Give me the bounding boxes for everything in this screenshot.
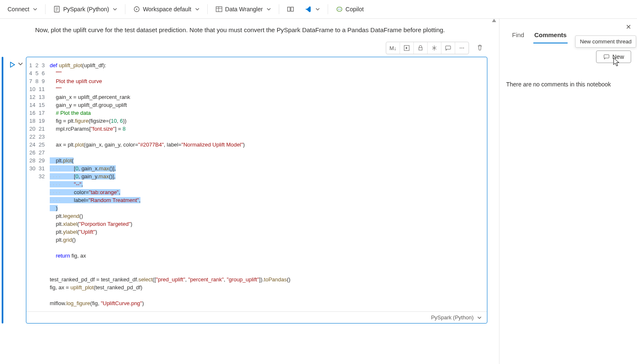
chevron-down-icon bbox=[315, 7, 320, 12]
more-button[interactable] bbox=[455, 42, 469, 54]
data-wrangler-dropdown[interactable]: Data Wrangler bbox=[211, 3, 275, 15]
chevron-down-icon bbox=[477, 315, 482, 320]
layout-button[interactable] bbox=[283, 3, 298, 15]
chevron-down-icon bbox=[266, 7, 271, 12]
workspace-dropdown[interactable]: Workspace default bbox=[129, 3, 204, 15]
delete-cell-button[interactable] bbox=[473, 42, 487, 54]
vscode-button[interactable] bbox=[300, 3, 324, 15]
cell-footer: PySpark (Python) bbox=[26, 311, 487, 323]
separator bbox=[45, 4, 46, 14]
svg-point-11 bbox=[460, 48, 461, 48]
notebook-area: Now, plot the uplift curve for the test … bbox=[0, 19, 499, 364]
connect-label: Connect bbox=[8, 6, 29, 13]
svg-rect-3 bbox=[216, 7, 222, 12]
new-comment-button[interactable]: New bbox=[596, 51, 631, 63]
freeze-button[interactable] bbox=[428, 42, 441, 54]
chevron-down-icon bbox=[112, 7, 117, 12]
svg-point-12 bbox=[461, 48, 462, 48]
workspace-icon bbox=[133, 5, 140, 13]
layout-icon bbox=[287, 5, 294, 13]
kernel-label: PySpark (Python) bbox=[63, 6, 109, 13]
connect-dropdown[interactable]: Connect bbox=[3, 3, 42, 15]
run-cell-button[interactable] bbox=[8, 61, 16, 68]
cell-language-label[interactable]: PySpark (Python) bbox=[431, 314, 474, 321]
run-options-dropdown[interactable] bbox=[18, 61, 23, 67]
chevron-down-icon bbox=[195, 7, 200, 12]
svg-point-6 bbox=[338, 9, 339, 10]
new-button-label: New bbox=[612, 53, 624, 60]
svg-rect-5 bbox=[291, 7, 293, 11]
line-gutter: 1 2 3 4 5 6 7 8 9 10 11 12 13 14 15 16 1… bbox=[26, 57, 50, 311]
tab-find[interactable]: Find bbox=[511, 29, 525, 43]
vscode-icon bbox=[304, 5, 312, 13]
copilot-button[interactable]: Copilot bbox=[331, 3, 368, 15]
markdown-toggle[interactable]: M↓ bbox=[386, 43, 400, 54]
copilot-label: Copilot bbox=[346, 6, 364, 13]
code-editor[interactable]: def uplift_plot(uplift_df): """ Plot the… bbox=[50, 57, 487, 311]
cell-toolbar: M↓ bbox=[0, 42, 492, 57]
tab-comments[interactable]: Comments bbox=[533, 29, 568, 43]
code-cell[interactable]: 1 2 3 4 5 6 7 8 9 10 11 12 13 14 15 16 1… bbox=[26, 57, 487, 324]
svg-rect-4 bbox=[288, 7, 290, 11]
separator bbox=[279, 4, 279, 14]
svg-point-7 bbox=[340, 9, 341, 10]
markdown-cell: Now, plot the uplift curve for the test … bbox=[0, 19, 492, 42]
comment-icon bbox=[603, 53, 610, 60]
svg-rect-10 bbox=[446, 46, 451, 49]
chevron-down-icon bbox=[33, 7, 38, 12]
scrollbar[interactable] bbox=[492, 19, 498, 364]
svg-rect-9 bbox=[419, 48, 422, 50]
copilot-icon bbox=[336, 5, 343, 13]
separator bbox=[328, 4, 328, 14]
svg-rect-14 bbox=[604, 55, 609, 58]
comments-panel: ✕ Find Comments New comment thread New T… bbox=[499, 19, 637, 364]
workspace-label: Workspace default bbox=[143, 6, 191, 13]
svg-point-13 bbox=[463, 48, 464, 48]
wrangler-label: Data Wrangler bbox=[225, 6, 263, 13]
close-panel-button[interactable]: ✕ bbox=[626, 23, 631, 31]
comment-button[interactable] bbox=[441, 42, 455, 54]
empty-state-text: There are no comments in this notebook bbox=[505, 43, 631, 88]
table-icon bbox=[215, 5, 223, 13]
run-below-button[interactable] bbox=[400, 42, 414, 54]
separator bbox=[125, 4, 125, 14]
tooltip-new-comment: New comment thread bbox=[575, 35, 636, 48]
top-toolbar: Connect PySpark (Python) Workspace defau… bbox=[0, 0, 637, 19]
kernel-dropdown[interactable]: PySpark (Python) bbox=[49, 3, 122, 15]
svg-point-2 bbox=[136, 9, 137, 10]
lock-button[interactable] bbox=[414, 42, 428, 54]
notebook-icon bbox=[53, 5, 61, 13]
separator bbox=[207, 4, 208, 14]
